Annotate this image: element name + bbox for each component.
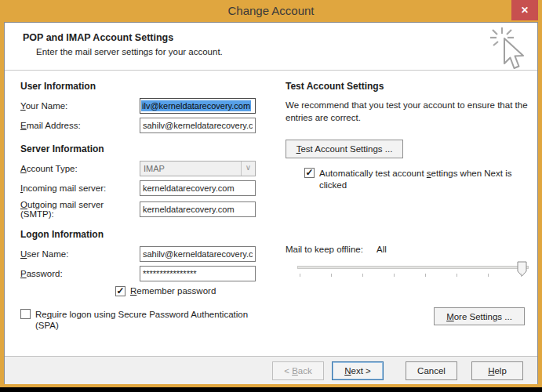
autotest-checkbox[interactable]: ✓ Automatically test account settings wh… <box>304 168 538 191</box>
help-button[interactable]: Help <box>471 361 523 380</box>
your-name-input[interactable]: ilv@kerneldatarecovery.com <box>140 98 256 114</box>
dialog-body: POP and IMAP Account Settings Enter the … <box>4 22 538 384</box>
section-test-account-settings: Test Account Settings <box>286 81 538 92</box>
checkbox-unchecked-icon[interactable] <box>20 309 31 319</box>
user-name-input[interactable] <box>140 246 256 262</box>
account-type-value: IMAP <box>144 164 165 173</box>
user-name-row: User Name: <box>20 246 279 262</box>
back-button: < Back <box>272 361 324 380</box>
slider-tick <box>300 274 300 277</box>
selected-text: ilv@kerneldatarecovery.com <box>141 100 251 111</box>
slider-track[interactable] <box>297 266 529 269</box>
section-user-information: User Information <box>20 81 279 92</box>
slider-tick <box>425 274 426 277</box>
remember-password-label: Remember password <box>130 286 216 296</box>
mail-offline-value: All <box>376 245 387 254</box>
more-settings-button[interactable]: More Settings ... <box>434 307 525 325</box>
cancel-button[interactable]: Cancel <box>406 361 457 380</box>
account-settings-column: User Information Your Name: ilv@kernelda… <box>13 71 279 331</box>
close-button[interactable]: ✕ <box>511 0 538 20</box>
slider-tick <box>362 274 363 277</box>
slider-thumb[interactable] <box>517 261 527 278</box>
account-type-dropdown: IMAP ∨ <box>140 161 256 176</box>
slider-tick <box>394 274 395 277</box>
account-type-row: Account Type: IMAP ∨ <box>20 161 279 176</box>
wizard-header: POP and IMAP Account Settings Enter the … <box>5 23 537 71</box>
autotest-label: Automatically test account settings when… <box>319 168 525 191</box>
slider-tick <box>331 274 332 277</box>
section-server-information: Server Information <box>20 143 279 154</box>
page-title: POP and IMAP Account Settings <box>23 32 537 43</box>
outgoing-server-label: Outgoing mail server (SMTP): <box>20 200 140 219</box>
password-input[interactable] <box>140 266 256 281</box>
form-content: User Information Your Name: ilv@kernelda… <box>5 71 537 356</box>
test-settings-column: Test Account Settings We recommend that … <box>283 71 538 191</box>
spa-checkbox[interactable]: Require logon using Secure Password Auth… <box>20 309 279 331</box>
password-row: Password: <box>20 266 279 281</box>
checkbox-checked-icon[interactable]: ✓ <box>304 168 315 178</box>
slider-tick <box>488 274 489 277</box>
email-label: Email Address: <box>20 121 140 130</box>
test-account-settings-button[interactable]: Test Account Settings ... <box>286 140 403 158</box>
incoming-server-label: Incoming mail server: <box>20 183 140 193</box>
page-subtitle: Enter the mail server settings for your … <box>36 47 537 56</box>
outgoing-server-input[interactable] <box>140 201 256 217</box>
account-type-label: Account Type: <box>20 164 140 173</box>
cursor-click-icon <box>489 26 529 74</box>
section-logon-information: Logon Information <box>20 229 279 240</box>
mail-offline-slider[interactable] <box>286 261 535 281</box>
window-title: Change Account <box>4 4 538 17</box>
password-label: Password: <box>20 269 140 278</box>
email-input[interactable] <box>140 118 256 133</box>
next-button[interactable]: Next > <box>332 361 384 380</box>
titlebar[interactable]: Change Account ✕ <box>4 0 538 22</box>
chevron-down-icon: ∨ <box>241 162 255 176</box>
close-icon: ✕ <box>521 5 529 16</box>
mail-offline-text: Mail to keep offline: All <box>286 245 535 254</box>
test-settings-description: We recommend that you test your account … <box>286 99 533 124</box>
user-name-label: User Name: <box>20 249 140 259</box>
email-row: Email Address: <box>20 118 279 133</box>
outgoing-server-row: Outgoing mail server (SMTP): <box>20 200 279 219</box>
button-bar: < Back Next > Cancel Help <box>5 356 537 384</box>
mail-offline-group: Mail to keep offline: All <box>286 245 535 281</box>
slider-tick <box>521 274 522 277</box>
incoming-server-row: Incoming mail server: <box>20 180 279 196</box>
checkbox-checked-icon[interactable]: ✓ <box>115 286 125 296</box>
screenshot-stage: Change Account ✕ POP and IMAP Account Se… <box>0 0 542 392</box>
your-name-label: Your Name: <box>20 101 140 111</box>
remember-password-checkbox[interactable]: ✓ Remember password <box>115 286 279 296</box>
incoming-server-input[interactable] <box>140 180 256 196</box>
mail-offline-label: Mail to keep offline: <box>286 245 363 254</box>
spa-label: Require logon using Secure Password Auth… <box>35 309 264 331</box>
slider-tick <box>457 274 457 277</box>
your-name-row: Your Name: ilv@kerneldatarecovery.com <box>20 98 279 114</box>
change-account-dialog: Change Account ✕ POP and IMAP Account Se… <box>0 0 542 387</box>
